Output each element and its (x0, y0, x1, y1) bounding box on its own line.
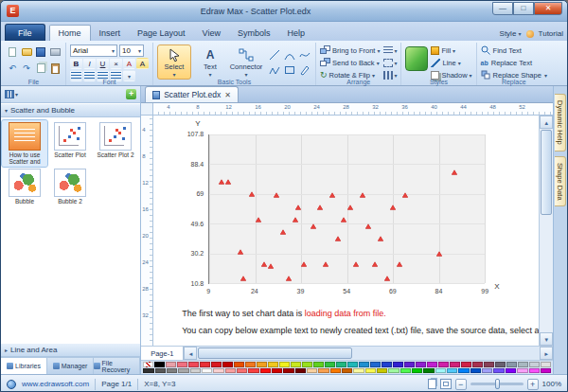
text-tool-button[interactable]: A Text ▾ (193, 45, 227, 80)
color-swatch[interactable] (283, 368, 293, 374)
arc-shape-button[interactable] (282, 47, 296, 62)
color-swatch[interactable] (359, 362, 369, 367)
panel-tab-libraries[interactable]: Libraries (1, 358, 47, 374)
color-swatch[interactable] (541, 368, 551, 374)
color-swatch[interactable] (427, 362, 437, 367)
section-header-scatter-and-bubble[interactable]: ▾ Scatter and Bubble (1, 103, 140, 117)
color-swatch[interactable] (482, 368, 492, 374)
scatter-point[interactable] (317, 205, 323, 210)
color-swatch[interactable] (279, 362, 290, 367)
scatter-point[interactable] (365, 223, 371, 228)
color-swatch[interactable] (200, 362, 210, 367)
color-swatch[interactable] (412, 368, 422, 374)
color-swatch[interactable] (423, 368, 434, 374)
scroll-up-icon[interactable]: ▲ (540, 116, 553, 129)
color-swatch[interactable] (347, 362, 358, 367)
color-swatch[interactable] (404, 362, 415, 367)
minimize-button[interactable]: — (492, 2, 513, 15)
scatter-point[interactable] (219, 179, 224, 184)
scatter-point[interactable] (335, 236, 341, 241)
underline-button[interactable]: U (97, 58, 109, 69)
add-library-button[interactable]: + (126, 89, 136, 99)
color-swatch[interactable] (257, 362, 267, 367)
scatter-point[interactable] (353, 262, 359, 267)
close-button[interactable]: ✕ (534, 2, 562, 15)
scatter-point[interactable] (329, 193, 335, 198)
menu-tab-view[interactable]: View (194, 25, 229, 41)
library-menu-button[interactable]: ▾ (5, 90, 18, 98)
color-swatch[interactable] (493, 368, 504, 374)
redo-button[interactable]: ↷ (20, 61, 33, 76)
horizontal-ruler[interactable]: 481216202428323640444852 (153, 103, 553, 116)
color-swatch[interactable] (155, 368, 166, 374)
color-swatch[interactable] (325, 362, 335, 367)
scatter-point[interactable] (274, 193, 279, 198)
color-swatch[interactable] (470, 368, 481, 374)
color-swatch[interactable] (541, 362, 551, 367)
highlight-button[interactable]: A (136, 58, 149, 69)
color-swatch[interactable] (388, 368, 399, 374)
open-button[interactable] (20, 45, 33, 60)
theme-icon[interactable] (405, 46, 428, 71)
tutorial-button[interactable]: Tutorial (539, 29, 563, 38)
menu-tab-help[interactable]: Help (278, 25, 313, 41)
color-swatch[interactable] (248, 368, 258, 374)
scatter-point[interactable] (384, 276, 390, 280)
scatter-point[interactable] (436, 251, 442, 256)
color-swatch[interactable] (450, 362, 460, 367)
color-swatch[interactable] (517, 368, 527, 374)
color-swatch[interactable] (245, 362, 256, 367)
scatter-point[interactable] (293, 218, 298, 223)
scatter-point[interactable] (256, 218, 261, 223)
color-swatch[interactable] (313, 362, 324, 367)
dock-tab-shape-data[interactable]: Shape Data (555, 156, 566, 207)
title-bar[interactable]: E Edraw Max - Scatter Plot.edx — □ ✕ (1, 1, 567, 22)
menu-tab-symbols[interactable]: Symbols (229, 25, 279, 41)
find-text-button[interactable]: Find Text (481, 45, 547, 56)
scroll-left-icon[interactable]: ◄ (184, 347, 197, 360)
page-view-icon[interactable] (428, 379, 436, 389)
menu-tab-insert[interactable]: Insert (91, 25, 130, 41)
dock-tab-dynamic-help[interactable]: Dynamic Help (555, 94, 566, 151)
scatter-point[interactable] (341, 218, 346, 223)
document-tab[interactable]: Scatter Plot.edx ✕ (145, 86, 239, 102)
scatter-point[interactable] (301, 262, 307, 267)
color-swatch[interactable] (336, 362, 346, 367)
color-swatch[interactable] (178, 368, 188, 374)
panel-tab-manager[interactable]: Manager (47, 358, 94, 374)
scroll-down-icon[interactable]: ▼ (540, 332, 553, 346)
color-swatch[interactable] (318, 368, 328, 374)
library-item[interactable]: Bubble (2, 167, 47, 213)
color-swatch[interactable] (166, 362, 176, 367)
line-style-button[interactable]: Line▾ (431, 57, 471, 68)
color-swatch[interactable] (518, 362, 528, 367)
scatter-point[interactable] (249, 191, 255, 196)
scatter-point[interactable] (372, 262, 378, 267)
group-button[interactable]: ▾ (383, 57, 397, 68)
color-swatch[interactable] (307, 368, 317, 374)
color-swatch[interactable] (154, 362, 165, 367)
color-swatch[interactable] (495, 362, 506, 367)
new-document-button[interactable] (6, 45, 19, 60)
bring-to-front-button[interactable]: Bring to Front▾ (320, 45, 380, 56)
menu-tab-home[interactable]: Home (49, 25, 91, 41)
library-item[interactable]: How to use Scatter and (2, 120, 47, 167)
select-tool-button[interactable]: Select ▾ (157, 45, 191, 80)
color-swatch[interactable] (234, 362, 244, 367)
scatter-point[interactable] (238, 250, 243, 255)
scatter-point[interactable] (402, 193, 408, 198)
color-swatch[interactable] (225, 368, 236, 374)
scroll-right-icon[interactable]: ► (540, 347, 553, 360)
style-button[interactable]: Style ▾ (500, 29, 522, 38)
zoom-slider-thumb[interactable] (495, 379, 500, 389)
send-to-back-button[interactable]: Send to Back▾ (320, 57, 380, 68)
color-swatch[interactable] (291, 362, 301, 367)
color-swatch[interactable] (382, 362, 392, 367)
scatter-point[interactable] (261, 262, 267, 267)
italic-button[interactable]: I (83, 58, 96, 69)
color-swatch[interactable] (393, 362, 403, 367)
scatter-point[interactable] (268, 263, 274, 268)
color-swatch[interactable] (237, 368, 247, 374)
paste-button[interactable] (48, 61, 62, 76)
scatter-point[interactable] (390, 205, 396, 210)
